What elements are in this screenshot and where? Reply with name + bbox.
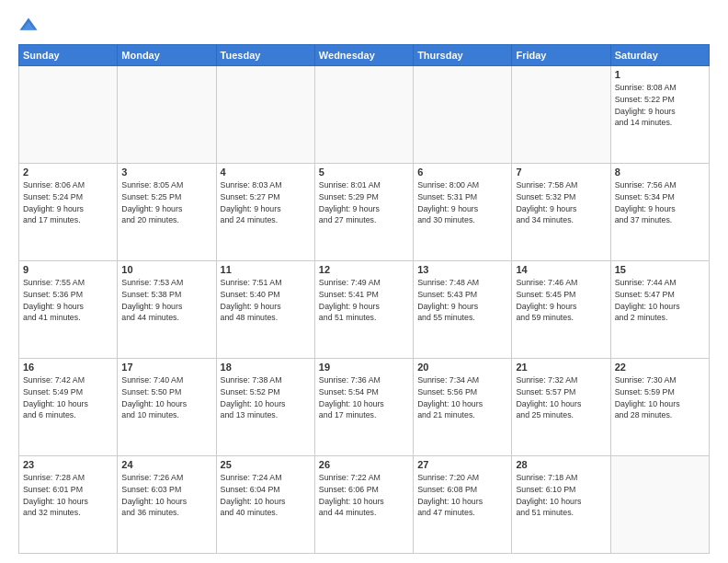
week-row-3: 9Sunrise: 7:55 AMSunset: 5:36 PMDaylight… — [19, 261, 710, 359]
day-number: 16 — [23, 362, 113, 373]
day-info: Sunrise: 7:34 AMSunset: 5:56 PMDaylight:… — [417, 374, 507, 421]
calendar-cell: 11Sunrise: 7:51 AMSunset: 5:40 PMDayligh… — [216, 261, 314, 359]
day-info: Sunrise: 7:32 AMSunset: 5:57 PMDaylight:… — [516, 374, 606, 421]
day-info: Sunrise: 7:42 AMSunset: 5:49 PMDaylight:… — [23, 374, 113, 421]
day-info: Sunrise: 7:44 AMSunset: 5:47 PMDaylight:… — [615, 277, 705, 324]
calendar-cell: 26Sunrise: 7:22 AMSunset: 6:06 PMDayligh… — [314, 456, 413, 554]
day-number: 6 — [417, 167, 507, 178]
calendar-cell: 23Sunrise: 7:28 AMSunset: 6:01 PMDayligh… — [19, 456, 118, 554]
calendar-cell: 5Sunrise: 8:01 AMSunset: 5:29 PMDaylight… — [314, 164, 413, 261]
day-info: Sunrise: 7:18 AMSunset: 6:10 PMDaylight:… — [516, 472, 606, 519]
calendar-cell: 16Sunrise: 7:42 AMSunset: 5:49 PMDayligh… — [19, 359, 118, 456]
calendar-cell: 7Sunrise: 7:58 AMSunset: 5:32 PMDaylight… — [512, 164, 610, 261]
day-number: 27 — [417, 459, 507, 470]
day-info: Sunrise: 7:26 AMSunset: 6:03 PMDaylight:… — [121, 472, 211, 519]
day-info: Sunrise: 7:28 AMSunset: 6:01 PMDaylight:… — [23, 472, 113, 519]
calendar-cell — [19, 66, 118, 164]
day-info: Sunrise: 7:55 AMSunset: 5:36 PMDaylight:… — [23, 277, 113, 324]
week-row-2: 2Sunrise: 8:06 AMSunset: 5:24 PMDaylight… — [19, 164, 710, 261]
day-number: 11 — [221, 264, 311, 275]
weekday-header-saturday: Saturday — [610, 45, 709, 66]
day-number: 9 — [23, 264, 113, 275]
page: SundayMondayTuesdayWednesdayThursdayFrid… — [0, 0, 728, 563]
day-number: 25 — [221, 459, 311, 470]
day-number: 21 — [516, 362, 606, 373]
day-number: 14 — [516, 264, 606, 275]
day-number: 24 — [121, 459, 211, 470]
day-number: 8 — [615, 167, 705, 178]
day-number: 26 — [319, 459, 409, 470]
calendar-cell: 4Sunrise: 8:03 AMSunset: 5:27 PMDaylight… — [216, 164, 314, 261]
weekday-header-friday: Friday — [512, 45, 610, 66]
calendar-cell: 28Sunrise: 7:18 AMSunset: 6:10 PMDayligh… — [512, 456, 610, 554]
week-row-1: 1Sunrise: 8:08 AMSunset: 5:22 PMDaylight… — [19, 66, 710, 164]
day-number: 4 — [221, 167, 311, 178]
calendar-cell — [610, 456, 709, 554]
calendar-cell: 27Sunrise: 7:20 AMSunset: 6:08 PMDayligh… — [414, 456, 512, 554]
week-row-4: 16Sunrise: 7:42 AMSunset: 5:49 PMDayligh… — [19, 359, 710, 456]
day-number: 23 — [23, 459, 113, 470]
calendar-cell: 2Sunrise: 8:06 AMSunset: 5:24 PMDaylight… — [19, 164, 118, 261]
weekday-header-row: SundayMondayTuesdayWednesdayThursdayFrid… — [19, 45, 710, 66]
day-number: 18 — [221, 362, 311, 373]
day-number: 3 — [121, 167, 211, 178]
calendar-cell — [314, 66, 413, 164]
calendar: SundayMondayTuesdayWednesdayThursdayFrid… — [18, 44, 710, 554]
day-number: 10 — [121, 264, 211, 275]
calendar-cell: 9Sunrise: 7:55 AMSunset: 5:36 PMDaylight… — [19, 261, 118, 359]
day-info: Sunrise: 7:51 AMSunset: 5:40 PMDaylight:… — [221, 277, 311, 324]
day-info: Sunrise: 8:03 AMSunset: 5:27 PMDaylight:… — [221, 179, 311, 226]
day-number: 13 — [417, 264, 507, 275]
week-row-5: 23Sunrise: 7:28 AMSunset: 6:01 PMDayligh… — [19, 456, 710, 554]
weekday-header-sunday: Sunday — [19, 45, 118, 66]
day-info: Sunrise: 7:36 AMSunset: 5:54 PMDaylight:… — [319, 374, 409, 421]
day-info: Sunrise: 7:56 AMSunset: 5:34 PMDaylight:… — [615, 179, 705, 226]
calendar-cell: 12Sunrise: 7:49 AMSunset: 5:41 PMDayligh… — [314, 261, 413, 359]
calendar-cell: 20Sunrise: 7:34 AMSunset: 5:56 PMDayligh… — [414, 359, 512, 456]
logo-icon — [18, 17, 39, 37]
day-info: Sunrise: 8:00 AMSunset: 5:31 PMDaylight:… — [417, 179, 507, 226]
day-info: Sunrise: 7:40 AMSunset: 5:50 PMDaylight:… — [121, 374, 211, 421]
day-info: Sunrise: 7:38 AMSunset: 5:52 PMDaylight:… — [221, 374, 311, 421]
calendar-cell: 6Sunrise: 8:00 AMSunset: 5:31 PMDaylight… — [414, 164, 512, 261]
weekday-header-thursday: Thursday — [414, 45, 512, 66]
calendar-cell: 21Sunrise: 7:32 AMSunset: 5:57 PMDayligh… — [512, 359, 610, 456]
day-number: 15 — [615, 264, 705, 275]
calendar-cell — [414, 66, 512, 164]
day-number: 12 — [319, 264, 409, 275]
day-number: 22 — [615, 362, 705, 373]
day-info: Sunrise: 8:08 AMSunset: 5:22 PMDaylight:… — [615, 82, 705, 129]
calendar-cell — [118, 66, 216, 164]
day-info: Sunrise: 8:01 AMSunset: 5:29 PMDaylight:… — [319, 179, 409, 226]
day-info: Sunrise: 7:53 AMSunset: 5:38 PMDaylight:… — [121, 277, 211, 324]
calendar-cell: 3Sunrise: 8:05 AMSunset: 5:25 PMDaylight… — [118, 164, 216, 261]
weekday-header-wednesday: Wednesday — [314, 45, 413, 66]
calendar-cell: 14Sunrise: 7:46 AMSunset: 5:45 PMDayligh… — [512, 261, 610, 359]
calendar-cell: 15Sunrise: 7:44 AMSunset: 5:47 PMDayligh… — [610, 261, 709, 359]
weekday-header-tuesday: Tuesday — [216, 45, 314, 66]
logo — [18, 17, 42, 37]
calendar-cell: 10Sunrise: 7:53 AMSunset: 5:38 PMDayligh… — [118, 261, 216, 359]
day-number: 28 — [516, 459, 606, 470]
calendar-cell: 18Sunrise: 7:38 AMSunset: 5:52 PMDayligh… — [216, 359, 314, 456]
day-number: 17 — [121, 362, 211, 373]
day-info: Sunrise: 7:22 AMSunset: 6:06 PMDaylight:… — [319, 472, 409, 519]
day-number: 19 — [319, 362, 409, 373]
calendar-cell: 19Sunrise: 7:36 AMSunset: 5:54 PMDayligh… — [314, 359, 413, 456]
calendar-cell: 17Sunrise: 7:40 AMSunset: 5:50 PMDayligh… — [118, 359, 216, 456]
calendar-cell — [216, 66, 314, 164]
day-info: Sunrise: 7:48 AMSunset: 5:43 PMDaylight:… — [417, 277, 507, 324]
header — [18, 17, 710, 37]
weekday-header-monday: Monday — [118, 45, 216, 66]
calendar-cell: 13Sunrise: 7:48 AMSunset: 5:43 PMDayligh… — [414, 261, 512, 359]
day-info: Sunrise: 7:58 AMSunset: 5:32 PMDaylight:… — [516, 179, 606, 226]
calendar-cell: 25Sunrise: 7:24 AMSunset: 6:04 PMDayligh… — [216, 456, 314, 554]
day-info: Sunrise: 8:06 AMSunset: 5:24 PMDaylight:… — [23, 179, 113, 226]
day-info: Sunrise: 8:05 AMSunset: 5:25 PMDaylight:… — [121, 179, 211, 226]
day-number: 1 — [615, 69, 705, 80]
day-number: 7 — [516, 167, 606, 178]
day-info: Sunrise: 7:30 AMSunset: 5:59 PMDaylight:… — [615, 374, 705, 421]
day-number: 2 — [23, 167, 113, 178]
day-info: Sunrise: 7:24 AMSunset: 6:04 PMDaylight:… — [221, 472, 311, 519]
day-info: Sunrise: 7:49 AMSunset: 5:41 PMDaylight:… — [319, 277, 409, 324]
